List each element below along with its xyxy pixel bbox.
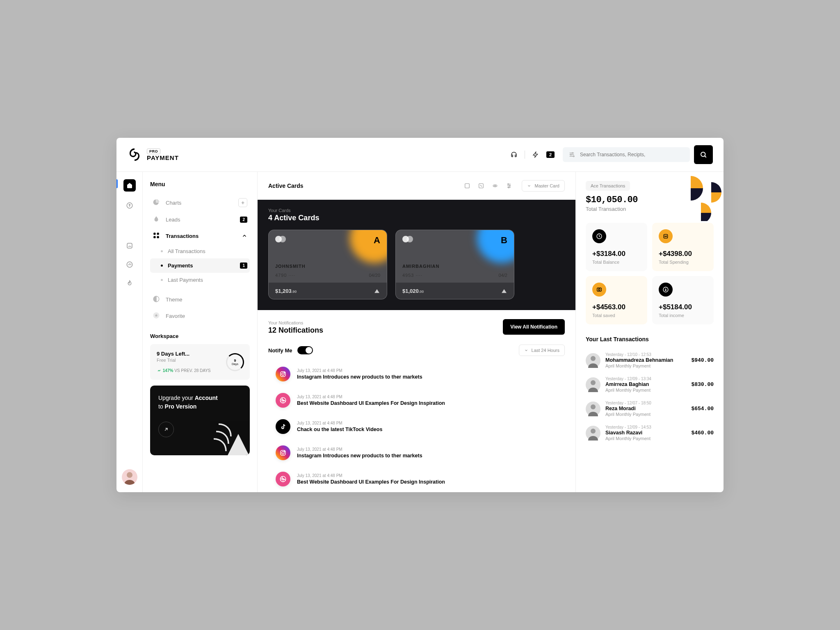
svg-rect-10 <box>153 236 155 238</box>
card-expiry: 04/2 <box>499 273 507 278</box>
plus-icon[interactable]: + <box>238 198 247 207</box>
sidebar-item-leads[interactable]: Leads 2 <box>150 211 250 228</box>
payment-card[interactable]: B AMIRBAGHIAN 4953 ···· 04/2 $1,020.00 <box>395 230 514 299</box>
notify-me-label: Notify Me <box>268 347 292 354</box>
active-cards-title: Active Cards <box>268 183 458 189</box>
sliders-icon <box>568 151 575 158</box>
stat-label: Total Spending <box>659 260 707 265</box>
tx-name: Siavash Razavi <box>605 430 686 436</box>
transaction-item[interactable]: Yesterday - 12/10 - 12:53 Mohammadreza B… <box>586 348 714 372</box>
dr-icon <box>276 472 290 486</box>
stat-card: +$5184.00 Total income <box>652 276 714 324</box>
stat-icon <box>592 283 606 297</box>
avatar <box>586 353 600 368</box>
expand-icon[interactable] <box>463 181 472 190</box>
svg-point-0 <box>572 153 573 154</box>
card-balance: $1,203.90 <box>275 288 297 294</box>
search-input[interactable] <box>580 152 684 158</box>
header: PRO PAYMENT 2 <box>116 138 724 172</box>
upgrade-card[interactable]: Upgrade your Accountto Pro Version <box>150 386 250 455</box>
svg-rect-8 <box>153 233 155 235</box>
stat-icon <box>659 229 673 243</box>
svg-point-36 <box>591 404 596 409</box>
notification-item[interactable]: July 13, 2021 at 4:48 PM Chack ou the la… <box>265 413 568 440</box>
search-bar[interactable] <box>563 147 690 162</box>
card-type-dropdown[interactable]: Master Card <box>522 180 565 192</box>
svg-rect-14 <box>465 184 470 188</box>
rail-upload-icon[interactable] <box>125 201 135 210</box>
svg-rect-31 <box>597 288 602 291</box>
svg-rect-5 <box>127 243 132 248</box>
tune-icon[interactable] <box>504 181 514 190</box>
cards-count-title: 4 Active Cards <box>268 214 565 222</box>
svg-point-27 <box>284 451 285 452</box>
stat-label: Total saved <box>592 313 641 318</box>
notifications-header: Your Notifications 12 Notifications View… <box>258 310 575 340</box>
fullscreen-icon[interactable] <box>477 181 486 190</box>
time-filter-dropdown[interactable]: Last 24 Hours <box>519 345 565 356</box>
sidebar-sub-all-transactions[interactable]: All Transactions <box>150 244 250 258</box>
notification-text: Chack ou the latest TikTock Videos <box>297 427 382 432</box>
tx-desc: April Monthly Payment <box>605 412 686 417</box>
transaction-item[interactable]: Yesterday - 12/07 - 18:50 Reza Moradi Ap… <box>586 397 714 421</box>
tx-time: Yesterday - 12/09 - 13:34 <box>605 377 686 381</box>
notification-item[interactable]: July 13, 2021 at 4:48 PM Instagram Intro… <box>265 361 568 387</box>
tx-desc: April Monthly Payment <box>605 363 686 368</box>
grid-icon <box>153 232 161 240</box>
transaction-item[interactable]: Yesterday - 12/09 - 13:34 Amirreza Baghi… <box>586 372 714 397</box>
right-panel: Ace Transactions $10,050.00 Total Transa… <box>576 172 724 492</box>
tx-name: Reza Moradi <box>605 406 686 411</box>
search-button[interactable] <box>694 145 713 164</box>
svg-point-23 <box>284 372 285 373</box>
stat-card: +$3184.00 Total Balance <box>586 223 647 271</box>
tx-amount: $830.00 <box>691 381 714 388</box>
arrow-icon[interactable] <box>158 422 174 437</box>
notification-item[interactable]: July 13, 2021 at 4:48 PM Best Website Da… <box>265 387 568 413</box>
notification-item[interactable]: July 13, 2021 at 4:48 PM Instagram Intro… <box>265 440 568 466</box>
nav-rail <box>116 172 143 492</box>
cards-sub: Your Cards <box>268 208 565 213</box>
rail-home-icon[interactable] <box>123 179 136 192</box>
avatar <box>586 377 600 392</box>
tt-icon <box>276 419 290 434</box>
rail-chart-icon[interactable] <box>125 260 135 269</box>
tx-desc: April Monthly Payment <box>605 436 686 441</box>
tx-time: Yesterday - 12/09 - 14:53 <box>605 425 686 429</box>
notification-item[interactable]: July 13, 2021 at 4:48 PM Best Website Da… <box>265 466 568 492</box>
trial-card: 9 Days Left... Free Trial 147% VS PREV. … <box>150 344 250 380</box>
sidebar-item-favorite[interactable]: Favorite <box>150 308 250 324</box>
rail-flame-icon[interactable] <box>125 278 135 288</box>
tx-amount: $940.00 <box>691 357 714 363</box>
stat-value: +$4563.00 <box>592 303 641 311</box>
payment-card[interactable]: A JOHNSMITH 4790 ···· 04/20 $1,203.90 <box>268 230 387 299</box>
sidebar-sub-payments[interactable]: Payments1 <box>150 258 250 273</box>
app-window: PRO PAYMENT 2 <box>116 138 724 492</box>
brand-pro-badge: PRO <box>147 148 160 154</box>
stat-icon <box>659 283 673 297</box>
notifications-sub: Your Notifications <box>268 320 323 325</box>
rail-avatar[interactable] <box>122 469 137 485</box>
stat-card: +$4563.00 Total saved <box>586 276 647 324</box>
ace-pill: Ace Transactions <box>586 181 630 191</box>
sliders-h-icon[interactable] <box>491 181 500 190</box>
notify-toggle[interactable] <box>297 346 313 354</box>
sidebar: Menu Charts + Leads 2 Transactions All T… <box>143 172 258 492</box>
menu-title: Menu <box>150 181 250 187</box>
dr-icon <box>276 393 290 408</box>
header-icons: 2 <box>510 151 555 159</box>
view-all-button[interactable]: View All Notification <box>503 319 565 335</box>
sidebar-item-charts[interactable]: Charts + <box>150 194 250 211</box>
bolt-icon[interactable] <box>532 151 540 159</box>
trial-ring: 9Days <box>226 353 244 371</box>
headset-icon[interactable] <box>510 151 518 159</box>
svg-point-1 <box>571 154 572 155</box>
card-holder: AMIRBAGHIAN <box>402 264 439 269</box>
notification-time: July 13, 2021 at 4:48 PM <box>297 368 422 373</box>
rail-waves-icon[interactable] <box>125 241 135 251</box>
svg-rect-9 <box>157 233 159 235</box>
sidebar-sub-last-payments[interactable]: Last Payments <box>150 273 250 287</box>
transaction-item[interactable]: Yesterday - 12/09 - 14:53 Siavash Razavi… <box>586 421 714 445</box>
ig-icon <box>276 445 290 460</box>
sidebar-item-transactions[interactable]: Transactions <box>150 228 250 244</box>
sidebar-item-theme[interactable]: Theme <box>150 291 250 308</box>
